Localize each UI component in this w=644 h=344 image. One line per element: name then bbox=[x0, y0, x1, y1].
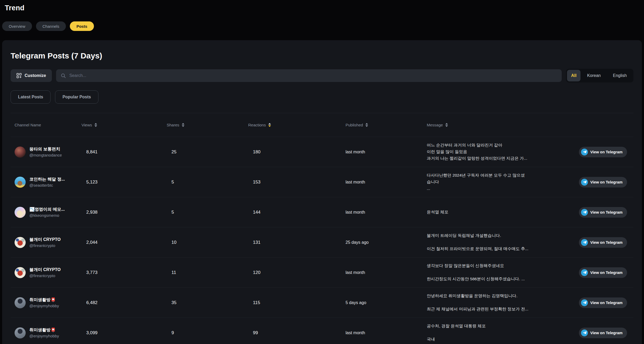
view-on-telegram-button[interactable]: View on Telegram bbox=[579, 147, 627, 157]
view-tabs: OverviewChannelsPosts bbox=[2, 21, 644, 31]
channel-meta: 📉껑껑이의 메모...@kkeongsmemo bbox=[29, 207, 65, 218]
lang-filter-korean[interactable]: Korean bbox=[582, 70, 606, 81]
channel-avatar bbox=[15, 207, 26, 218]
message-text: 안녕하세요 취미생활방을 운영하는 김영택입니다. 최근 제 채널에서 머피님과… bbox=[427, 293, 579, 312]
channel-meta: 불개미 CRYPTO@fireantcrypto bbox=[29, 267, 61, 278]
tab-overview[interactable]: Overview bbox=[2, 21, 32, 31]
channel-avatar bbox=[15, 146, 26, 158]
action-cell: View on Telegram bbox=[579, 297, 633, 308]
channel-meta: 코인하는 해달 정...@seaotterbtc bbox=[29, 177, 65, 187]
channel-name: 몽타의 보통펀치 bbox=[29, 146, 62, 152]
telegram-icon bbox=[581, 329, 588, 336]
column-header-views[interactable]: Views bbox=[81, 123, 167, 127]
sort-down-arrow bbox=[182, 125, 184, 127]
published-value: last month bbox=[346, 331, 427, 335]
telegram-posts-card: Telegram Posts (7 Days) Customize bbox=[2, 40, 642, 344]
channel-cell: 불개미 CRYPTO@fireantcrypto bbox=[11, 267, 81, 278]
filter-latest-posts[interactable]: Latest Posts bbox=[11, 90, 51, 104]
action-cell: View on Telegram bbox=[579, 237, 633, 248]
channel-handle: @kkeongsmemo bbox=[29, 213, 65, 218]
column-label-published: Published bbox=[346, 123, 363, 127]
view-on-telegram-label: View on Telegram bbox=[590, 180, 623, 184]
filter-popular-posts[interactable]: Popular Posts bbox=[55, 90, 98, 104]
message-text: 다사다난했던 2024년 구독자 여러분 모두 수고 많으셨 습니다 ... bbox=[427, 172, 579, 192]
channel-avatar bbox=[15, 237, 26, 248]
reactions-value: 153 bbox=[248, 180, 346, 185]
published-value: last month bbox=[346, 210, 427, 215]
table-row: 취미생활방📮@enjoymyhobby6,482351155 days ago안… bbox=[11, 288, 633, 318]
telegram-icon bbox=[581, 269, 588, 276]
column-header-channel-name: Channel Name bbox=[11, 123, 81, 127]
view-on-telegram-label: View on Telegram bbox=[590, 150, 623, 154]
sort-icon-views bbox=[94, 123, 97, 127]
shares-value: 10 bbox=[167, 240, 248, 245]
column-header-published[interactable]: Published bbox=[346, 123, 427, 127]
view-on-telegram-button[interactable]: View on Telegram bbox=[579, 177, 627, 187]
telegram-icon bbox=[581, 209, 588, 216]
channel-name: 취미생활방📮 bbox=[29, 297, 59, 303]
table-body: 몽타의 보통펀치@mongtanodance8,84125180last mon… bbox=[11, 137, 633, 344]
channel-avatar bbox=[15, 177, 26, 188]
message-text: 윤석열 체포 bbox=[427, 209, 579, 215]
view-on-telegram-button[interactable]: View on Telegram bbox=[579, 297, 627, 308]
sort-down-arrow bbox=[268, 125, 271, 127]
column-header-shares[interactable]: Shares bbox=[167, 123, 248, 127]
sort-icon-published bbox=[365, 123, 368, 127]
reactions-value: 99 bbox=[248, 330, 346, 336]
tab-posts[interactable]: Posts bbox=[70, 21, 94, 31]
page-title: Trend bbox=[0, 0, 644, 12]
view-on-telegram-button[interactable]: View on Telegram bbox=[579, 328, 627, 338]
column-header-reactions[interactable]: Reactions bbox=[248, 123, 346, 127]
views-value: 2,044 bbox=[81, 240, 167, 245]
views-value: 6,482 bbox=[81, 300, 167, 305]
channel-cell: 코인하는 해달 정...@seaotterbtc bbox=[11, 177, 81, 188]
channel-name: 코인하는 해달 정... bbox=[29, 177, 65, 182]
published-value: 5 days ago bbox=[346, 300, 427, 305]
search-input[interactable] bbox=[69, 73, 557, 78]
channel-meta: 몽타의 보통펀치@mongtanodance bbox=[29, 146, 62, 157]
published-value: last month bbox=[346, 270, 427, 275]
table-row: 📉껑껑이의 메모...@kkeongsmemo2,9385144last mon… bbox=[11, 197, 633, 227]
view-on-telegram-label: View on Telegram bbox=[590, 270, 623, 275]
view-on-telegram-button[interactable]: View on Telegram bbox=[579, 207, 627, 218]
table-row: 불개미 CRYPTO@fireantcrypto3,77311120last m… bbox=[11, 258, 633, 288]
reactions-value: 144 bbox=[248, 210, 346, 215]
telegram-icon bbox=[581, 149, 588, 155]
channel-cell: 취미생활방📮@enjoymyhobby bbox=[11, 297, 81, 308]
action-cell: View on Telegram bbox=[579, 147, 633, 157]
tab-channels[interactable]: Channels bbox=[36, 21, 66, 31]
customize-button[interactable]: Customize bbox=[11, 69, 52, 82]
view-on-telegram-label: View on Telegram bbox=[590, 210, 623, 214]
view-on-telegram-label: View on Telegram bbox=[590, 331, 623, 335]
channel-avatar bbox=[15, 297, 26, 308]
search-box bbox=[56, 69, 562, 82]
card-title: Telegram Posts (7 Days) bbox=[11, 40, 633, 60]
sort-down-arrow bbox=[365, 125, 368, 127]
search-icon bbox=[61, 73, 66, 78]
channel-cell: 📉껑껑이의 메모...@kkeongsmemo bbox=[11, 207, 81, 218]
channel-handle: @enjoymyhobby bbox=[29, 304, 59, 308]
column-header-message[interactable]: Message bbox=[427, 123, 579, 127]
table-header-row: Channel NameViewsSharesReactionsPublishe… bbox=[11, 113, 633, 137]
sort-up-arrow bbox=[445, 123, 448, 125]
customize-grid-icon bbox=[16, 73, 22, 78]
reactions-value: 180 bbox=[248, 149, 346, 155]
sort-down-arrow bbox=[94, 125, 97, 127]
channel-handle: @enjoymyhobby bbox=[29, 334, 59, 338]
view-on-telegram-label: View on Telegram bbox=[590, 301, 623, 305]
telegram-icon bbox=[581, 179, 588, 186]
column-label-message: Message bbox=[427, 123, 443, 127]
message-text: 공수처, 경찰 윤석열 대통령 체포 국내 bbox=[427, 323, 579, 342]
shares-value: 9 bbox=[167, 330, 248, 336]
customize-label: Customize bbox=[25, 73, 46, 78]
channel-name: 📉껑껑이의 메모... bbox=[29, 207, 65, 212]
lang-filter-all[interactable]: All bbox=[567, 70, 580, 81]
channel-cell: 몽타의 보통펀치@mongtanodance bbox=[11, 146, 81, 158]
sort-down-arrow bbox=[445, 125, 448, 127]
view-on-telegram-button[interactable]: View on Telegram bbox=[579, 267, 627, 278]
sort-icon-shares bbox=[182, 123, 184, 127]
view-on-telegram-button[interactable]: View on Telegram bbox=[579, 237, 627, 248]
shares-value: 35 bbox=[167, 300, 248, 305]
message-text: 어느 순간부터 과거의 너와 달라진거 같아 이런 말을 많이 들었음 과거의 … bbox=[427, 142, 579, 162]
lang-filter-english[interactable]: English bbox=[607, 70, 632, 81]
